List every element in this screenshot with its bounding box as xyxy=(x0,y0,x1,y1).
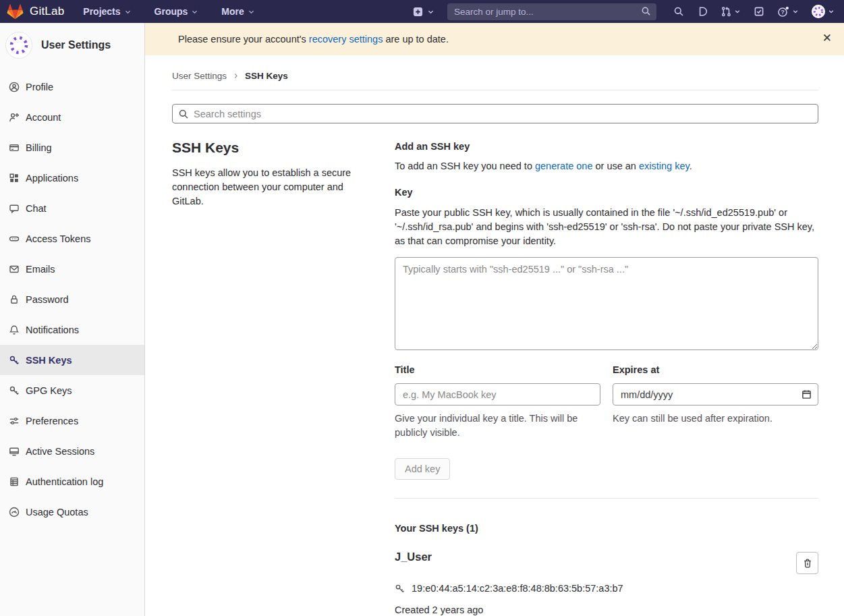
gitlab-logo[interactable]: GitLab xyxy=(7,3,64,20)
email-icon xyxy=(9,264,20,275)
title-expires-row: Title Give your individual key a title. … xyxy=(395,364,818,440)
expires-field-label: Expires at xyxy=(613,364,818,375)
search-icon xyxy=(673,6,684,17)
main-content: Please ensure your account's recovery se… xyxy=(145,23,844,616)
add-key-button[interactable]: Add key xyxy=(395,458,450,480)
sidebar-item-usage-quotas[interactable]: Usage Quotas xyxy=(0,497,144,527)
search-icon xyxy=(641,6,651,16)
key-icon xyxy=(9,355,20,366)
sidebar-item-access-tokens[interactable]: Access Tokens xyxy=(0,223,144,254)
applications-icon xyxy=(9,173,20,184)
sidebar-header: User Settings xyxy=(0,23,144,67)
sidebar-item-profile[interactable]: Profile xyxy=(0,72,144,102)
sidebar-item-chat[interactable]: Chat xyxy=(0,193,144,223)
global-search-button[interactable] xyxy=(673,6,684,17)
settings-sidebar: User Settings Profile Account Billing Ap… xyxy=(0,23,145,616)
issues-button[interactable] xyxy=(697,6,708,17)
section-divider xyxy=(395,498,818,499)
todos-button[interactable] xyxy=(754,6,764,17)
trash-icon xyxy=(802,558,813,569)
section-description-text: SSH keys allow you to establish a secure… xyxy=(172,166,374,208)
chevron-right-icon xyxy=(233,73,239,79)
page-container: User Settings SSH Keys SSH Keys SSH keys… xyxy=(145,55,844,616)
your-ssh-keys-heading: Your SSH keys (1) xyxy=(395,523,818,534)
gauge-icon xyxy=(9,507,20,517)
plus-icon xyxy=(413,7,423,17)
key-title-input[interactable] xyxy=(395,383,600,405)
chevron-down-icon xyxy=(191,8,198,16)
navbar-search xyxy=(447,3,656,20)
section-description: SSH Keys SSH keys allow you to establish… xyxy=(172,140,395,616)
generate-one-link[interactable]: generate one xyxy=(535,161,592,171)
chevron-down-icon xyxy=(124,8,132,16)
navbar-right: ? xyxy=(413,3,835,20)
sidebar-item-emails[interactable]: Emails xyxy=(0,254,144,284)
sidebar-item-gpg-keys[interactable]: GPG Keys xyxy=(0,375,144,405)
expires-field: Expires at mm/dd/yyyy Key can still be u… xyxy=(613,364,818,440)
ssh-key-textarea[interactable] xyxy=(395,257,818,350)
navbar-search-input[interactable] xyxy=(447,3,656,20)
sidebar-item-active-sessions[interactable]: Active Sessions xyxy=(0,436,144,466)
logo-text: GitLab xyxy=(30,5,64,18)
ssh-key-item: J_User 19:e0:44:a5:14:c2:3a:e8 xyxy=(395,551,818,616)
sidebar-item-preferences[interactable]: Preferences xyxy=(0,405,144,436)
token-icon xyxy=(9,233,20,244)
alert-text: Please ensure your account's xyxy=(178,34,309,45)
nav-more[interactable]: More xyxy=(221,6,254,17)
breadcrumb: User Settings SSH Keys xyxy=(172,63,818,90)
add-ssh-key-intro: To add an SSH key you need to generate o… xyxy=(395,161,818,171)
chevron-down-icon xyxy=(792,8,799,15)
search-icon xyxy=(178,109,189,119)
calendar-icon[interactable] xyxy=(801,389,812,399)
log-icon xyxy=(9,476,20,487)
sidebar-item-authentication-log[interactable]: Authentication log xyxy=(0,466,144,497)
top-navbar: GitLab Projects Groups More xyxy=(0,0,844,23)
ssh-keys-section: SSH Keys SSH keys allow you to establish… xyxy=(172,140,818,616)
sidebar-item-notifications[interactable]: Notifications xyxy=(0,314,144,345)
help-icon: ? xyxy=(777,6,789,18)
key-fingerprint: 19:e0:44:a5:14:c2:3a:e8:f8:48:8b:63:5b:5… xyxy=(412,583,623,594)
tanuki-icon xyxy=(7,3,24,20)
merge-requests-button[interactable] xyxy=(721,6,741,17)
expires-at-input[interactable]: mm/dd/yyyy xyxy=(613,383,818,405)
chevron-down-icon xyxy=(828,8,835,15)
chat-icon xyxy=(9,203,20,214)
sidebar-item-password[interactable]: Password xyxy=(0,284,144,314)
date-placeholder: mm/dd/yyyy xyxy=(621,389,673,400)
sidebar-item-billing[interactable]: Billing xyxy=(0,132,144,163)
title-field: Title Give your individual key a title. … xyxy=(395,364,600,440)
key-field-label: Key xyxy=(395,187,818,198)
new-menu-button[interactable] xyxy=(413,7,434,17)
sidebar-item-applications[interactable]: Applications xyxy=(0,163,144,193)
user-avatar xyxy=(5,32,32,59)
merge-request-icon xyxy=(721,6,731,17)
user-avatar xyxy=(812,5,825,18)
breadcrumb-current: SSH Keys xyxy=(245,71,288,81)
account-icon xyxy=(9,112,20,123)
recovery-settings-link[interactable]: recovery settings xyxy=(309,34,383,45)
main-nav: Projects Groups More xyxy=(83,6,254,17)
sidebar-title: User Settings xyxy=(41,39,111,51)
chevron-down-icon xyxy=(427,8,434,16)
section-body: Add an SSH key To add an SSH key you nee… xyxy=(395,140,818,616)
key-icon xyxy=(395,584,405,594)
nav-projects[interactable]: Projects xyxy=(83,6,131,17)
breadcrumb-user-settings[interactable]: User Settings xyxy=(172,71,227,81)
monitor-icon xyxy=(9,446,20,457)
expires-field-hint: Key can still be used after expiration. xyxy=(613,412,818,426)
existing-key-link[interactable]: existing key xyxy=(639,161,690,171)
nav-groups[interactable]: Groups xyxy=(154,6,199,17)
help-button[interactable]: ? xyxy=(777,6,799,18)
svg-text:?: ? xyxy=(781,9,784,16)
delete-key-button[interactable] xyxy=(796,552,818,574)
sidebar-item-ssh-keys[interactable]: SSH Keys xyxy=(0,345,144,375)
settings-search-input[interactable] xyxy=(172,104,818,123)
settings-search xyxy=(172,104,818,123)
todo-icon xyxy=(754,6,764,17)
add-ssh-key-title: Add an SSH key xyxy=(395,141,818,152)
title-field-hint: Give your individual key a title. This w… xyxy=(395,412,600,440)
close-icon[interactable]: ✕ xyxy=(820,30,835,47)
sidebar-item-account[interactable]: Account xyxy=(0,102,144,132)
bell-icon xyxy=(9,325,20,335)
user-menu-button[interactable] xyxy=(812,5,835,18)
